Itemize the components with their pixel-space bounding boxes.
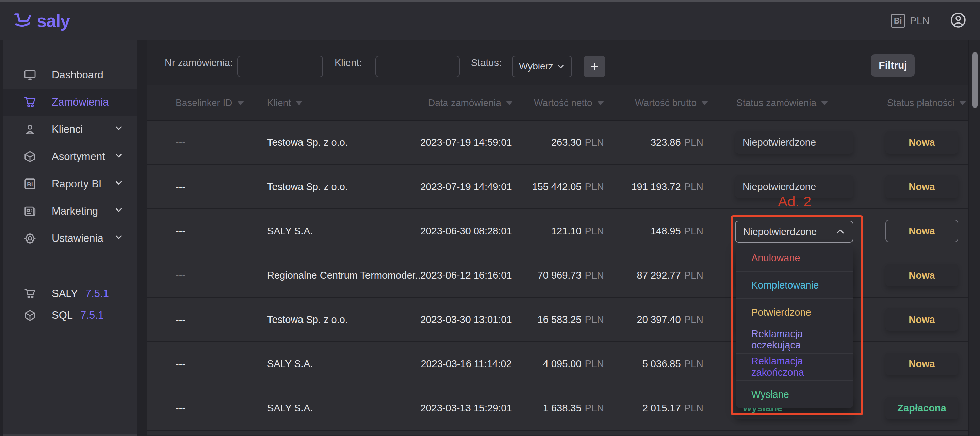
- cell-klient: Testowa Sp. z o.o.: [267, 121, 348, 164]
- status-select[interactable]: Wybierz: [512, 56, 572, 77]
- sidebar-item-zamowienia[interactable]: Zamówienia: [3, 89, 137, 116]
- person-icon: [22, 123, 37, 136]
- version-number: 7.5.1: [80, 309, 104, 321]
- column-header-data-zamowienia[interactable]: Data zamówienia: [428, 85, 513, 121]
- annotation-label: Ad. 2: [778, 193, 811, 210]
- payment-status-button[interactable]: Nowa: [885, 131, 958, 153]
- scrollbar-track: [968, 40, 980, 436]
- dropdown-option-wyslane[interactable]: Wysłane: [736, 381, 853, 408]
- column-header-klient[interactable]: Klient: [267, 85, 302, 121]
- sidebar-item-asortyment[interactable]: Asortyment: [3, 143, 137, 170]
- sidebar-bottom-strip: [3, 434, 137, 436]
- cell-baselinker-id: ---: [176, 121, 185, 164]
- sidebar-item-marketing[interactable]: Marketing: [3, 198, 137, 225]
- cell-brutto: 5 036.85PLN: [608, 342, 703, 386]
- chevron-down-icon: [114, 150, 124, 163]
- app-logo[interactable]: saly: [14, 11, 70, 31]
- payment-status-button[interactable]: Nowa: [885, 264, 958, 286]
- sidebar: Dashboard Zamówienia Klienci Asortyment: [3, 40, 137, 434]
- sort-icon: [701, 101, 708, 105]
- scrollbar-thumb[interactable]: [972, 52, 978, 108]
- sidebar-item-label: Asortyment: [52, 150, 105, 163]
- gear-icon: [22, 232, 37, 245]
- chevron-down-icon: [556, 62, 565, 71]
- cell-klient: SALY S.A.: [267, 209, 313, 253]
- dropdown-option-anulowane[interactable]: Anulowane: [736, 244, 853, 272]
- table-row[interactable]: --- Testowa Sp. z o.o. 2023-07-19 14:59:…: [147, 121, 968, 165]
- dropdown-option-kompletowanie[interactable]: Kompletowanie: [736, 272, 853, 299]
- table-row[interactable]: --- Testowa Sp. z o.o. 2023-07-19 14:49:…: [147, 165, 968, 209]
- cell-baselinker-id: ---: [176, 298, 185, 341]
- order-status-dropdown-button[interactable]: Niepotwierdzone: [735, 221, 853, 243]
- app-header: saly Bi PLN: [0, 2, 980, 40]
- column-header-wartosc-netto[interactable]: Wartość netto: [534, 85, 604, 121]
- order-status-dropdown-value: Niepotwierdzone: [743, 226, 817, 237]
- cell-netto: 16 583.25PLN: [502, 298, 604, 341]
- payment-status-button[interactable]: Nowa: [885, 176, 958, 198]
- left-window-edge: [0, 40, 3, 436]
- cell-netto: 155 442.05PLN: [502, 165, 604, 208]
- user-avatar-button[interactable]: [950, 12, 966, 30]
- cell-netto: 263.30PLN: [502, 121, 604, 164]
- sidebar-item-label: Ustawienia: [52, 232, 103, 244]
- dropdown-option-reklamacja-zakonczona[interactable]: Reklamacja zakończona: [736, 354, 853, 381]
- order-number-input[interactable]: [237, 56, 323, 77]
- cell-klient: SALY S.A.: [267, 386, 313, 430]
- column-header-wartosc-brutto[interactable]: Wartość brutto: [635, 85, 708, 121]
- cell-baselinker-id: ---: [176, 254, 185, 297]
- window-top-edge: [0, 0, 980, 2]
- cell-klient: Testowa Sp. z o.o.: [267, 298, 348, 341]
- column-header-baselinker-id[interactable]: Baselinker ID: [176, 85, 244, 121]
- sidebar-item-ustawienia[interactable]: Ustawienia: [3, 225, 137, 252]
- client-label: Klient:: [334, 57, 362, 69]
- cell-baselinker-id: ---: [176, 209, 185, 253]
- cell-netto: 121.10PLN: [502, 209, 604, 253]
- bi-icon: Bi: [22, 177, 37, 190]
- cell-brutto: 87 292.77PLN: [608, 254, 703, 297]
- monitor-icon: [22, 69, 37, 81]
- sidebar-item-klienci[interactable]: Klienci: [3, 116, 137, 143]
- filter-submit-button[interactable]: Filtruj: [871, 54, 915, 77]
- version-name: SQL: [52, 309, 73, 321]
- cell-baselinker-id: ---: [176, 342, 185, 386]
- box-icon: [22, 309, 37, 321]
- payment-status-button[interactable]: Zapłacona: [885, 397, 958, 419]
- chevron-down-icon: [114, 123, 124, 136]
- table-row-partial: [147, 431, 968, 435]
- cart-icon: [22, 96, 37, 109]
- column-header-status-zamowienia[interactable]: Status zamówienia: [737, 85, 828, 121]
- version-sql: SQL 7.5.1: [3, 305, 137, 326]
- sidebar-item-label: Marketing: [52, 205, 98, 217]
- order-status-button[interactable]: Niepotwierdzone: [735, 131, 853, 153]
- version-name: SALY: [52, 287, 78, 300]
- dropdown-option-reklamacja-oczekujaca[interactable]: Reklamacja oczekująca: [736, 326, 853, 354]
- sidebar-item-dashboard[interactable]: Dashboard: [3, 61, 137, 89]
- cell-klient: SALY S.A.: [267, 342, 313, 386]
- status-label: Status:: [471, 57, 501, 69]
- cell-brutto: 148.95PLN: [608, 209, 703, 253]
- version-saly: SALY 7.5.1: [3, 283, 137, 305]
- sort-icon: [597, 101, 604, 105]
- cell-netto: 4 095.00PLN: [502, 342, 604, 386]
- logo-text: saly: [37, 11, 70, 31]
- payment-status-button[interactable]: Nowa: [885, 308, 958, 331]
- sort-icon: [296, 101, 302, 105]
- sort-icon: [821, 101, 828, 105]
- add-filter-button[interactable]: +: [584, 56, 605, 77]
- client-input[interactable]: [375, 56, 460, 77]
- chevron-down-icon: [114, 177, 124, 190]
- payment-status-button[interactable]: Nowa: [885, 353, 958, 375]
- column-header-status-platnosci[interactable]: Status płatności: [887, 85, 966, 121]
- sidebar-item-raporty-bi[interactable]: Bi Raporty BI: [3, 170, 137, 198]
- cell-brutto: 20 397.40PLN: [608, 298, 703, 341]
- currency-selector[interactable]: Bi PLN: [891, 14, 930, 28]
- cart-icon: [22, 287, 37, 300]
- cart-logo-icon: [14, 12, 33, 30]
- payment-status-button[interactable]: Nowa: [885, 220, 958, 242]
- chevron-up-icon: [835, 227, 845, 237]
- currency-code: PLN: [910, 15, 930, 27]
- dropdown-option-potwierdzone[interactable]: Potwierdzone: [736, 299, 853, 326]
- cell-klient: Regionalne Centrum Termomoder...: [267, 254, 423, 297]
- cell-klient: Testowa Sp. z o.o.: [267, 165, 348, 208]
- sidebar-item-label: Dashboard: [52, 69, 103, 81]
